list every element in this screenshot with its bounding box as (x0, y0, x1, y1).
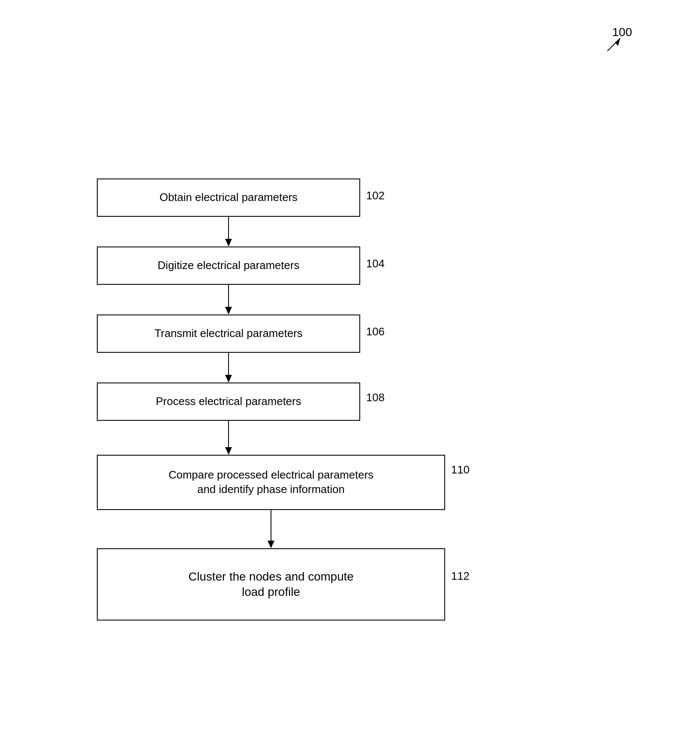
svg-marker-11 (268, 541, 274, 548)
box-102-label: Obtain electrical parameters (159, 190, 297, 205)
ref-110: 110 (451, 463, 469, 476)
ref-108: 108 (366, 391, 384, 404)
box-112: Cluster the nodes and computeload profil… (97, 548, 445, 621)
box-108: Process electrical parameters (97, 383, 360, 421)
box-108-label: Process electrical parameters (156, 394, 301, 409)
box-106-label: Transmit electrical parameters (155, 326, 303, 341)
svg-marker-7 (225, 375, 232, 383)
box-104: Digitize electrical parameters (97, 247, 360, 285)
box-106: Transmit electrical parameters (97, 315, 360, 353)
box-110: Compare processed electrical parametersa… (97, 455, 445, 510)
ref-106: 106 (366, 325, 384, 338)
box-102: Obtain electrical parameters (97, 179, 360, 217)
diagram-container: 100 Obtain electrical parameters 102 Dig… (0, 0, 700, 734)
svg-marker-3 (225, 239, 232, 247)
ref-104: 104 (366, 257, 384, 270)
diagram-svg (0, 0, 700, 734)
svg-marker-1 (615, 38, 620, 46)
diagram-ref-label: 100 (612, 26, 632, 39)
svg-marker-9 (225, 447, 232, 455)
ref-102: 102 (366, 189, 384, 202)
box-110-label: Compare processed electrical parametersa… (169, 468, 374, 497)
ref-112: 112 (451, 570, 469, 583)
svg-line-0 (607, 38, 620, 51)
svg-marker-5 (225, 307, 232, 315)
box-104-label: Digitize electrical parameters (158, 258, 299, 273)
box-112-label: Cluster the nodes and computeload profil… (188, 569, 353, 600)
